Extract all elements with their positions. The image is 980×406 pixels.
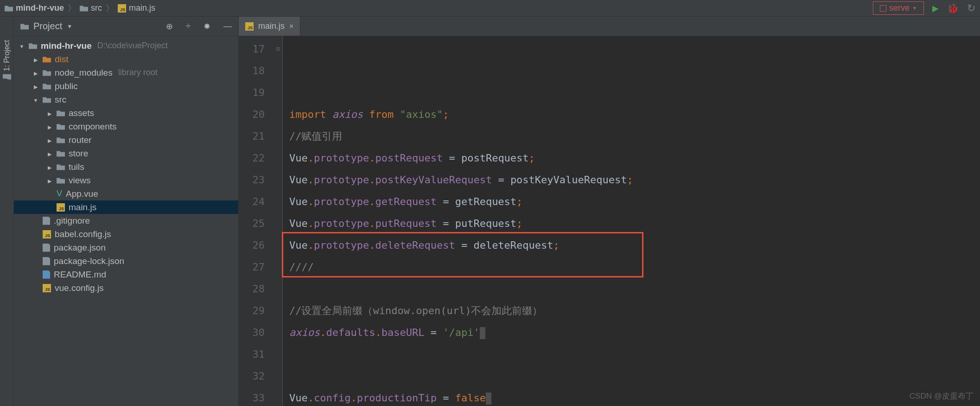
fold-marker bbox=[274, 213, 282, 234]
js-file-icon bbox=[245, 22, 254, 31]
fold-marker bbox=[274, 300, 282, 322]
target-icon[interactable]: ⊕ bbox=[166, 21, 173, 32]
breadcrumb: mind-hr-vue 〉 src 〉 main.js bbox=[5, 3, 873, 14]
line-number: 24 bbox=[239, 191, 265, 213]
sidebar-tab-label: 1: Project bbox=[3, 40, 11, 71]
fold-marker bbox=[274, 169, 282, 191]
line-number: 31 bbox=[239, 343, 265, 365]
run-config-selector[interactable]: serve ▼ bbox=[873, 1, 924, 15]
js-file-icon bbox=[118, 4, 126, 13]
dropdown-icon[interactable]: ▼ bbox=[67, 23, 72, 30]
breadcrumb-file-label: main.js bbox=[129, 3, 155, 13]
code-line: Vue.prototype.putRequest = putRequest; bbox=[289, 213, 974, 234]
line-number-gutter: 1718192021222324252627282930313233 bbox=[239, 36, 274, 406]
expand-icon[interactable] bbox=[46, 150, 53, 157]
tree-item-label: vue.config.js bbox=[55, 283, 104, 293]
close-tab-icon[interactable]: × bbox=[289, 22, 293, 31]
expand-icon[interactable] bbox=[32, 83, 39, 90]
expand-icon[interactable] bbox=[46, 136, 53, 144]
tree-item[interactable]: components bbox=[14, 120, 238, 133]
tree-item-label: main.js bbox=[69, 202, 96, 213]
code-line: Vue.prototype.getRequest = getRequest; bbox=[289, 191, 974, 213]
fold-marker bbox=[274, 234, 282, 256]
reload-button[interactable]: ↻ bbox=[967, 2, 975, 14]
breadcrumb-src[interactable]: src bbox=[80, 3, 102, 13]
folder-icon bbox=[43, 70, 51, 76]
line-number: 22 bbox=[239, 147, 265, 169]
breadcrumb-file[interactable]: main.js bbox=[118, 3, 155, 13]
code-line: Vue.prototype.deleteRequest = deleteRequ… bbox=[289, 234, 974, 256]
tree-root[interactable]: mind-hr-vue D:\code\vueProject bbox=[14, 39, 238, 52]
fold-marker bbox=[274, 322, 282, 343]
folder-icon bbox=[57, 123, 65, 130]
js-file-icon bbox=[43, 284, 51, 292]
tree-item[interactable]: package-lock.json bbox=[14, 254, 238, 268]
settings-icon[interactable]: ✸ bbox=[204, 21, 210, 32]
toolbar-right: serve ▼ ▶ 🐞 ↻ bbox=[873, 1, 975, 15]
breadcrumb-src-label: src bbox=[91, 3, 102, 13]
expand-icon[interactable] bbox=[32, 96, 39, 103]
tree-item[interactable]: babel.config.js bbox=[14, 227, 238, 241]
tree-item-label: assets bbox=[69, 108, 94, 118]
tree-item[interactable]: main.js bbox=[14, 200, 238, 214]
folder-icon bbox=[3, 74, 11, 81]
folder-icon bbox=[80, 5, 88, 12]
editor-body[interactable]: 1718192021222324252627282930313233 ⊟ imp… bbox=[239, 36, 980, 406]
project-panel-header: Project ▼ ⊕ ÷ ✸ — bbox=[14, 17, 238, 36]
tree-item[interactable]: store bbox=[14, 147, 238, 160]
tree-item[interactable]: views bbox=[14, 174, 238, 187]
tree-item-label: tuils bbox=[69, 162, 84, 172]
tree-item[interactable]: README.md bbox=[14, 268, 238, 281]
fold-marker[interactable]: ⊟ bbox=[274, 38, 282, 60]
project-tree[interactable]: mind-hr-vue D:\code\vueProject distnode_… bbox=[14, 36, 238, 406]
tree-item[interactable]: .gitignore bbox=[14, 214, 238, 227]
code-line: Vue.prototype.postRequest = postRequest; bbox=[289, 147, 974, 169]
editor-tab-main-js[interactable]: main.js × bbox=[239, 17, 300, 36]
line-number: 29 bbox=[239, 300, 265, 322]
folder-icon bbox=[57, 137, 65, 143]
tree-item-label: README.md bbox=[54, 270, 106, 280]
tree-item[interactable]: node_moduleslibrary root bbox=[14, 66, 238, 79]
tree-root-path: D:\code\vueProject bbox=[97, 41, 168, 51]
folder-icon bbox=[20, 23, 29, 30]
tree-item[interactable]: src bbox=[14, 93, 238, 106]
debug-button[interactable]: 🐞 bbox=[947, 3, 959, 14]
line-number: 19 bbox=[239, 82, 265, 103]
breadcrumb-root[interactable]: mind-hr-vue bbox=[5, 3, 64, 13]
code-line: Vue.config.productionTip = false bbox=[289, 387, 974, 406]
tab-label: main.js bbox=[258, 21, 285, 31]
tree-item[interactable]: dist bbox=[14, 52, 238, 66]
tree-item-label: package-lock.json bbox=[54, 256, 124, 266]
line-number: 25 bbox=[239, 213, 265, 234]
expand-icon[interactable] bbox=[46, 123, 53, 130]
expand-icon[interactable] bbox=[32, 56, 39, 63]
tree-item[interactable]: assets bbox=[14, 106, 238, 120]
expand-icon[interactable] bbox=[46, 177, 53, 184]
tree-item[interactable]: router bbox=[14, 133, 238, 147]
watermark: CSDN @皮蛋布丁 bbox=[910, 391, 974, 401]
tree-item[interactable]: tuils bbox=[14, 160, 238, 174]
left-gutter: 1: Project bbox=[0, 17, 14, 406]
expand-icon[interactable] bbox=[46, 110, 53, 117]
code-line: import axios from "axios"; bbox=[289, 103, 974, 125]
code-line bbox=[289, 343, 974, 365]
code-content[interactable]: import axios from "axios";//赋值引用Vue.prot… bbox=[283, 36, 980, 406]
run-button[interactable]: ▶ bbox=[932, 3, 939, 13]
fold-marker bbox=[274, 256, 282, 278]
fold-marker bbox=[274, 82, 282, 103]
folder-icon bbox=[43, 83, 51, 90]
sidebar-tab-project[interactable]: 1: Project bbox=[2, 35, 12, 85]
tree-item[interactable]: VApp.vue bbox=[14, 187, 238, 200]
tree-item[interactable]: package.json bbox=[14, 241, 238, 254]
fold-marker bbox=[274, 365, 282, 387]
expand-icon[interactable] bbox=[32, 69, 39, 77]
tree-item-label: store bbox=[69, 148, 88, 159]
tree-item-label: babel.config.js bbox=[55, 229, 111, 239]
expand-icon[interactable] bbox=[19, 42, 25, 50]
tree-item[interactable]: public bbox=[14, 79, 238, 93]
expand-icon[interactable] bbox=[46, 163, 53, 171]
hide-panel-icon[interactable]: — bbox=[223, 21, 232, 31]
tree-item[interactable]: vue.config.js bbox=[14, 281, 238, 295]
collapse-icon[interactable]: ÷ bbox=[186, 21, 191, 31]
fold-marker bbox=[274, 60, 282, 82]
